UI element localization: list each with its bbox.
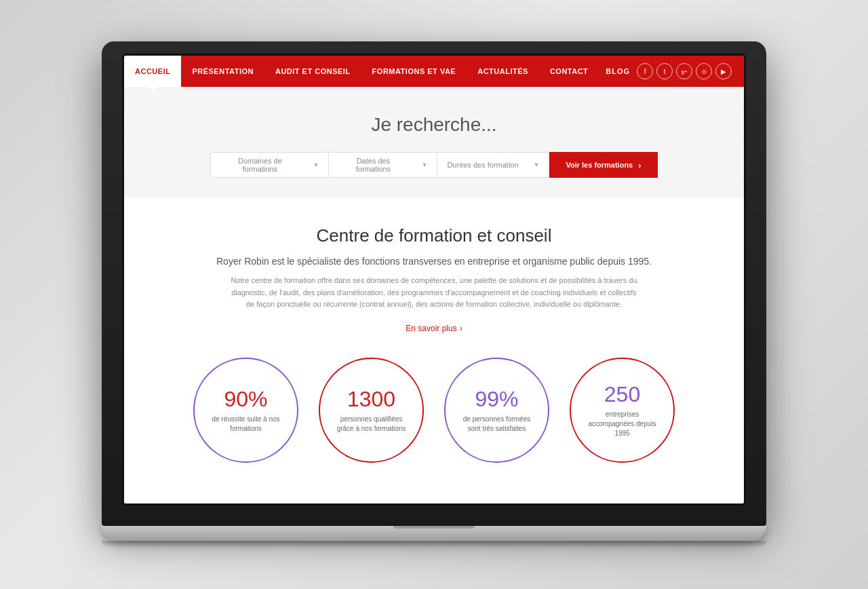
laptop-base	[102, 526, 766, 541]
stat-personnes-number: 1300	[347, 387, 395, 412]
nav-item-audit[interactable]: AUDIT ET CONSEIL	[264, 56, 361, 87]
search-button-arrow-icon: ›	[638, 160, 641, 170]
nav-item-accueil[interactable]: ACCUEIL	[124, 56, 181, 87]
main-description: Notre centre de formation offre dans ses…	[231, 275, 637, 311]
stat-reussite-label: de réussite suite à nos formations	[208, 415, 283, 434]
en-savoir-plus-label: En savoir plus	[406, 324, 456, 333]
main-title: Centre de formation et conseil	[165, 225, 703, 246]
nav-item-contact[interactable]: CONTACT	[539, 56, 599, 87]
social-youtube-icon[interactable]: ▶	[715, 63, 732, 79]
nav-blog-label[interactable]: BLOG	[599, 67, 637, 75]
search-bar: Domaines de formations ▼ Dates des forma…	[203, 152, 665, 178]
site-nav: ACCUEIL PRÉSENTATION AUDIT ET CONSEIL FO…	[124, 56, 744, 87]
social-googleplus-icon[interactable]: g+	[676, 63, 692, 79]
domains-dropdown-label: Domaines de formations	[220, 157, 299, 173]
durees-dropdown-label: Durées des formation	[447, 161, 518, 169]
stat-personnes-label: personnes qualifiées grâce à nos formati…	[334, 415, 409, 434]
laptop-screen: ACCUEIL PRÉSENTATION AUDIT ET CONSEIL FO…	[122, 54, 746, 506]
stat-reussite-number: 90%	[224, 387, 267, 412]
stat-personnes-circle: 1300 personnes qualifiées grâce à nos fo…	[319, 358, 424, 463]
nav-item-formations[interactable]: FORMATIONS ET VAE	[361, 56, 467, 87]
stat-reussite-circle: 90% de réussite suite à nos formations	[193, 358, 298, 463]
durees-dropdown[interactable]: Durées des formation ▼	[437, 152, 549, 178]
social-twitter-icon[interactable]: t	[656, 63, 673, 79]
stat-satisfaites-circle: 99% de personnes formées sont très satis…	[444, 358, 549, 463]
nav-items: ACCUEIL PRÉSENTATION AUDIT ET CONSEIL FO…	[124, 56, 744, 87]
search-button[interactable]: Voir les formations ›	[549, 152, 657, 178]
main-section: Centre de formation et conseil Royer Rob…	[124, 198, 744, 504]
durees-dropdown-arrow: ▼	[533, 162, 539, 168]
social-icons: f t g+ ◎ ▶	[637, 63, 738, 79]
dates-dropdown[interactable]: Dates des formations ▼	[329, 152, 437, 178]
social-rss-icon[interactable]: ◎	[696, 63, 712, 79]
dates-dropdown-label: Dates des formations	[338, 157, 408, 173]
main-subtitle: Royer Robin est le spécialiste des fonct…	[165, 256, 703, 267]
domains-dropdown-arrow: ▼	[313, 162, 319, 168]
search-button-label: Voir les formations	[566, 161, 633, 169]
laptop-body: ACCUEIL PRÉSENTATION AUDIT ET CONSEIL FO…	[102, 41, 766, 526]
nav-item-actualites[interactable]: ACTUALITÉS	[467, 56, 539, 87]
stat-entreprises-label: entreprises accompagnées depuis 1995	[585, 410, 660, 438]
stat-entreprises-number: 250	[604, 382, 640, 407]
dates-dropdown-arrow: ▼	[421, 162, 427, 168]
stat-satisfaites-label: de personnes formées sont très satisfait…	[459, 415, 534, 434]
stat-satisfaites-number: 99%	[475, 387, 518, 412]
en-savoir-plus-link[interactable]: En savoir plus ›	[406, 324, 462, 333]
hero-section: Je recherche... Domaines de formations ▼…	[124, 87, 744, 198]
stats-row: 90% de réussite suite à nos formations 1…	[165, 358, 703, 476]
en-savoir-plus-arrow-icon: ›	[460, 324, 462, 333]
stat-entreprises-circle: 250 entreprises accompagnées depuis 1995	[570, 358, 675, 463]
social-facebook-icon[interactable]: f	[637, 63, 653, 79]
hero-title: Je recherche...	[138, 114, 730, 136]
laptop-wrapper: ACCUEIL PRÉSENTATION AUDIT ET CONSEIL FO…	[102, 41, 766, 548]
laptop-shadow	[102, 541, 766, 548]
nav-item-presentation[interactable]: PRÉSENTATION	[181, 56, 264, 87]
domains-dropdown[interactable]: Domaines de formations ▼	[210, 152, 329, 178]
